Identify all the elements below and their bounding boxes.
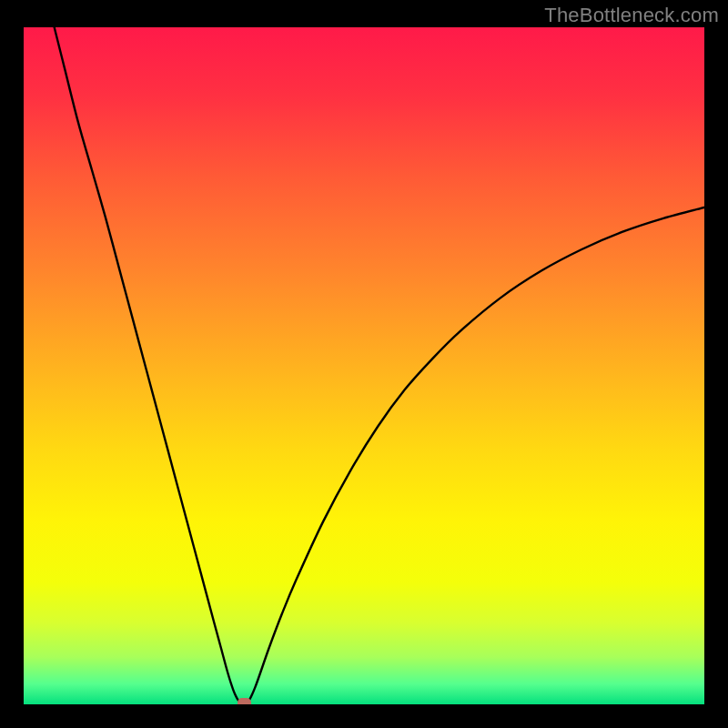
attribution-text: TheBottleneck.com — [544, 4, 719, 27]
optimal-point-marker — [238, 698, 251, 704]
plot-svg — [24, 27, 704, 704]
gradient-background — [24, 27, 704, 704]
plot-area — [24, 27, 704, 704]
chart-frame: TheBottleneck.com — [0, 0, 728, 728]
